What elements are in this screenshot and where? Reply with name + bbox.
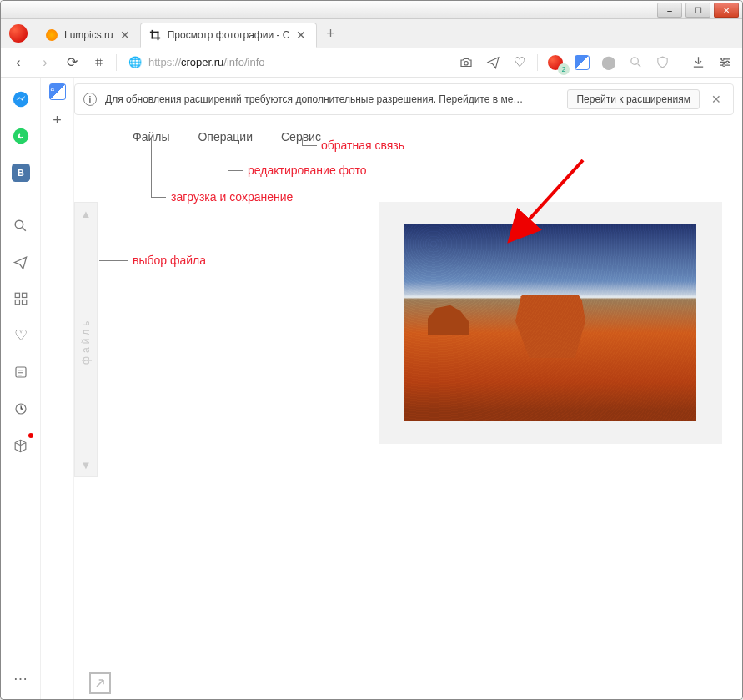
globe-icon: 🌐: [128, 56, 142, 68]
toolbar-separator: [537, 54, 538, 71]
svg-rect-15: [22, 293, 26, 297]
minimize-icon: –: [667, 6, 672, 15]
news-icon: [13, 365, 28, 380]
window-close-button[interactable]: ✕: [714, 3, 739, 18]
tab-lumpics[interactable]: Lumpics.ru ✕: [38, 23, 140, 48]
svg-point-8: [722, 64, 725, 67]
svg-rect-14: [15, 293, 19, 297]
sidebar-flow-button[interactable]: [10, 251, 32, 273]
tab-croper[interactable]: Просмотр фотографии - C ✕: [140, 23, 318, 48]
cube-icon: [13, 438, 28, 454]
address-bar[interactable]: 🌐 https://croper.ru/info/info: [125, 56, 449, 68]
plus-icon: +: [326, 25, 335, 43]
opera-ext-badge[interactable]: 2: [546, 53, 565, 72]
menu-operations[interactable]: Операции: [198, 130, 253, 144]
sidebar-speeddial-button[interactable]: [10, 288, 32, 310]
sidebar-history-button[interactable]: [10, 398, 32, 420]
extension-button[interactable]: ⬤: [600, 53, 618, 72]
sidebar-rail: B ♡: [1, 78, 41, 699]
files-panel-label: файлы: [80, 315, 92, 365]
page-viewport: i Для обновления расширений требуются до…: [74, 78, 742, 699]
toolbar-separator: [116, 54, 117, 71]
svg-point-7: [725, 61, 728, 63]
window-minimize-button[interactable]: –: [657, 3, 682, 18]
goto-extensions-button[interactable]: Перейти к расширениям: [567, 89, 700, 109]
badge-count: 2: [558, 63, 570, 75]
add-panel-button[interactable]: +: [53, 112, 62, 129]
whatsapp-button[interactable]: [10, 125, 32, 147]
extensions-rail: a +: [41, 78, 74, 699]
tab-strip: Lumpics.ru ✕ Просмотр фотографии - C ✕ +: [1, 19, 742, 48]
vk-icon: B: [12, 164, 30, 182]
extension-search-button[interactable]: [626, 53, 645, 72]
notification-dot-icon: [28, 433, 33, 438]
opera-menu-button[interactable]: [9, 24, 28, 43]
sidebar-news-button[interactable]: [10, 361, 32, 383]
grid-icon: ⌗: [95, 55, 103, 70]
camera-icon: [459, 55, 474, 70]
files-scroll-up[interactable]: ▲: [81, 208, 92, 220]
svg-rect-2: [157, 32, 158, 41]
easy-setup-button[interactable]: [715, 53, 734, 72]
more-icon: ⋯: [13, 670, 28, 687]
window-titlebar: – ☐ ✕: [1, 1, 742, 19]
download-icon: [691, 55, 705, 69]
vk-button[interactable]: B: [10, 162, 32, 184]
connector-line: [302, 138, 303, 145]
files-sidebar-panel[interactable]: ▲ файлы ▼: [74, 202, 98, 477]
svg-text:B: B: [18, 168, 24, 178]
translate-icon: [575, 55, 590, 70]
paper-plane-icon: [13, 254, 28, 270]
downloads-button[interactable]: [689, 53, 707, 72]
speed-dial-button[interactable]: ⌗: [89, 53, 108, 72]
sidebar-more-button[interactable]: ⋯: [10, 667, 32, 689]
annotation-photo-edit: редактирование фото: [248, 164, 367, 177]
browser-toolbar: ‹ › ⟳ ⌗ 🌐 https://croper.ru/info/info ♡: [1, 48, 742, 78]
connector-line: [151, 138, 152, 197]
tab-title: Lumpics.ru: [64, 29, 113, 41]
maximize-icon: ☐: [695, 6, 702, 15]
chevron-right-icon: ›: [43, 55, 47, 70]
window-frame: – ☐ ✕ Lumpics.ru ✕ Просмотр фотографии -…: [0, 0, 743, 700]
toolbar-right-group: ♡ 2 ⬤: [457, 53, 734, 72]
translate-icon: a: [51, 85, 54, 93]
tab-close-icon[interactable]: ✕: [120, 28, 130, 42]
svg-rect-3: [151, 38, 160, 39]
bookmark-heart-button[interactable]: ♡: [510, 53, 529, 72]
photo-preview-image[interactable]: [404, 224, 696, 421]
heart-icon: ♡: [514, 54, 525, 70]
photo-preview-panel: [379, 202, 722, 444]
adblock-button[interactable]: [653, 53, 671, 72]
reload-button[interactable]: ⟳: [63, 53, 81, 72]
expand-button[interactable]: [89, 672, 111, 694]
sidebar-bookmarks-button[interactable]: ♡: [10, 325, 32, 346]
menu-service[interactable]: Сервис: [281, 130, 321, 144]
new-tab-button[interactable]: +: [320, 23, 340, 43]
messenger-button[interactable]: [10, 88, 32, 110]
instant-send-button[interactable]: [484, 53, 502, 72]
browser-root: Lumpics.ru ✕ Просмотр фотографии - C ✕ +…: [1, 19, 742, 699]
search-icon: [13, 218, 28, 234]
search-ext-icon: [629, 55, 643, 69]
files-scroll-down[interactable]: ▼: [81, 459, 92, 471]
back-button[interactable]: ‹: [9, 53, 28, 72]
shield-icon: [655, 55, 670, 69]
translate-ext-button[interactable]: [573, 53, 591, 72]
tab-close-icon[interactable]: ✕: [296, 28, 306, 42]
connector-line: [302, 145, 317, 146]
whatsapp-icon: [12, 127, 30, 145]
annotation-feedback: обратная связь: [321, 138, 404, 152]
forward-button[interactable]: ›: [36, 53, 54, 72]
sidebar-search-button[interactable]: [10, 214, 32, 236]
translate-panel-button[interactable]: a: [49, 83, 66, 100]
grid-icon: [13, 291, 28, 306]
window-maximize-button[interactable]: ☐: [685, 3, 710, 18]
circle-icon: ⬤: [601, 54, 616, 70]
infobar-close-button[interactable]: ✕: [708, 93, 725, 106]
heart-icon: ♡: [14, 326, 28, 345]
svg-rect-16: [15, 300, 19, 305]
snapshot-button[interactable]: [457, 53, 475, 72]
url-protocol: https://: [148, 56, 181, 68]
reload-icon: ⟳: [67, 54, 78, 70]
sidebar-extensions-button[interactable]: [10, 435, 32, 456]
